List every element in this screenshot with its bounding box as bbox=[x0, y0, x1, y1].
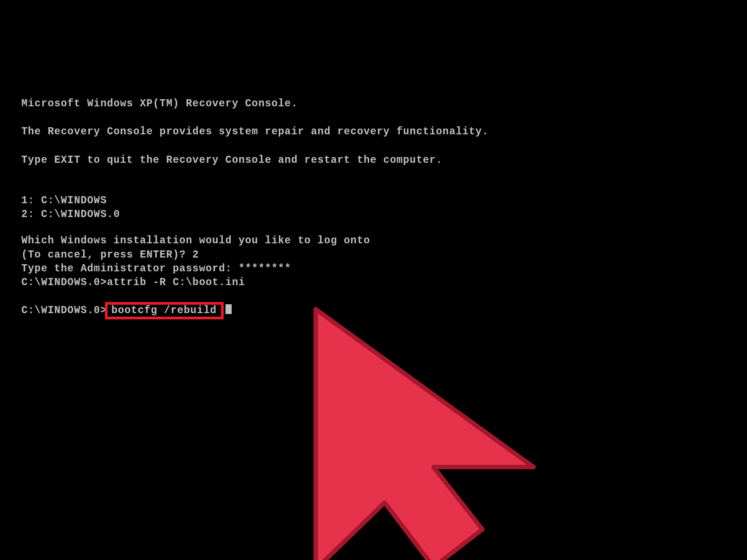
curr-prompt: C:\WINDOWS.0> bbox=[21, 305, 107, 316]
prev-prompt: C:\WINDOWS.0> bbox=[21, 277, 107, 288]
exit-instruction: Type EXIT to quit the Recovery Console a… bbox=[21, 153, 747, 167]
console-description: The Recovery Console provides system rep… bbox=[21, 125, 747, 139]
which-install-prompt: Which Windows installation would you lik… bbox=[21, 234, 747, 248]
cancel-answer: 2 bbox=[193, 249, 199, 261]
annotation-arrow-cursor-icon bbox=[298, 302, 574, 560]
install-option-2: 2: C:\WINDOWS.0 bbox=[21, 208, 747, 222]
console-title: Microsoft Windows XP(TM) Recovery Consol… bbox=[21, 97, 747, 111]
highlighted-command: bootcfg /rebuild bbox=[105, 302, 224, 319]
password-masked: ******** bbox=[238, 263, 291, 274]
install-option-1: 1: C:\WINDOWS bbox=[21, 194, 747, 208]
cancel-line: (To cancel, press ENTER)? 2 bbox=[21, 248, 747, 262]
password-line: Type the Administrator password: *******… bbox=[21, 262, 747, 276]
previous-command-line: C:\WINDOWS.0>attrib -R C:\boot.ini bbox=[21, 276, 747, 290]
text-cursor bbox=[225, 304, 232, 314]
password-prompt-text: Type the Administrator password: bbox=[21, 263, 238, 274]
cancel-prompt-text: (To cancel, press ENTER)? bbox=[21, 249, 193, 261]
prev-command: attrib -R C:\boot.ini bbox=[107, 277, 245, 288]
current-command-line[interactable]: C:\WINDOWS.0>bootcfg /rebuild bbox=[21, 302, 747, 319]
recovery-console-output: Microsoft Windows XP(TM) Recovery Consol… bbox=[0, 0, 747, 319]
